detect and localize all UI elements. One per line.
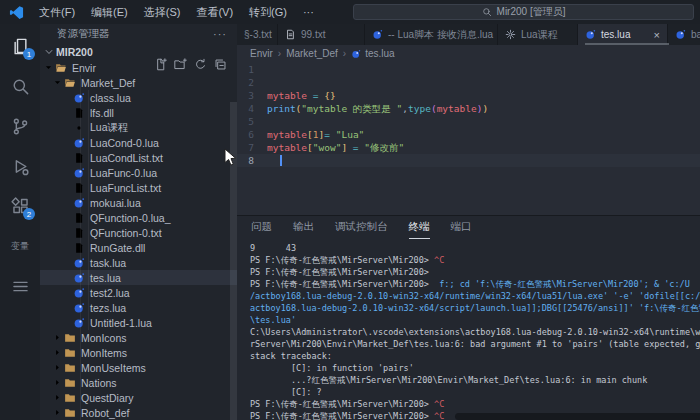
code-text: mytable[1]= "Lua" — [267, 128, 364, 141]
tree-item-LuaCondList.txt[interactable]: LuaCondList.txt — [40, 150, 237, 165]
titlebar: 文件(F)编辑(E)选择(S)查看(V)转到(G)··· ← → Mir200 … — [0, 0, 700, 24]
activity-source-control[interactable] — [0, 106, 40, 146]
tab-tes.lua[interactable]: tes.lua× — [578, 24, 668, 45]
sidebar-scrollbar[interactable] — [230, 102, 237, 420]
line-number: 8 — [237, 154, 267, 167]
sidebar-more-actions[interactable]: ··· — [213, 28, 227, 40]
terminal-segment: ^C — [434, 411, 444, 420]
tree-item-Lua课程[interactable]: Lua课程 — [40, 120, 237, 135]
tab-99.txt[interactable]: 99.txt — [278, 24, 365, 45]
code-token: mytable — [267, 129, 307, 140]
vscode-window: 文件(F)编辑(E)选择(S)查看(V)转到(G)··· ← → Mir200 … — [0, 0, 700, 420]
tree-item-LuaCond-0.lua[interactable]: LuaCond-0.lua — [40, 135, 237, 150]
tree-item-Market_Def[interactable]: Market_Def — [40, 75, 237, 90]
tree-item-LuaFunc-0.lua[interactable]: LuaFunc-0.lua — [40, 165, 237, 180]
breadcrumb-separator: › — [278, 48, 281, 59]
refresh-button[interactable] — [194, 46, 207, 59]
tree-item-MonUseItems[interactable]: MonUseItems — [40, 360, 237, 375]
tree-item-tes.lua[interactable]: tes.lua — [40, 270, 237, 285]
terminal-segment: C:\Users\Administrator\.vscode\extension… — [250, 327, 700, 337]
panel-tab-1[interactable]: 输出 — [293, 216, 314, 239]
tree-item-label: Envir — [72, 62, 96, 74]
breadcrumb-item-0[interactable]: Envir — [250, 48, 273, 59]
tree-item-LuaFuncList.txt[interactable]: LuaFuncList.txt — [40, 180, 237, 195]
breadcrumb-item-2[interactable]: tes.lua — [351, 48, 394, 59]
tab-label: tes.lua — [601, 29, 630, 40]
new-file-button[interactable] — [154, 46, 167, 59]
tab-strip-scrollbar[interactable] — [585, 43, 669, 45]
folder-section-header[interactable]: MIR200 — [40, 44, 237, 60]
breadcrumb-separator: › — [343, 48, 346, 59]
activity-badge: 2 — [23, 208, 35, 220]
activity-lua-helper[interactable]: 变量 — [0, 226, 40, 266]
tree-item-tezs.lua[interactable]: tezs.lua — [40, 300, 237, 315]
collapse-all-button[interactable] — [214, 46, 227, 59]
menu-item-1[interactable]: 编辑(E) — [83, 0, 136, 24]
code-token: {} — [324, 90, 335, 101]
activity-more-menu[interactable] — [0, 266, 40, 306]
activity-extensions[interactable]: 2 — [0, 186, 40, 226]
panel-tab-2[interactable]: 调试控制台 — [335, 216, 388, 239]
close-icon[interactable]: × — [650, 29, 660, 41]
tree-item-task.lua[interactable]: task.lua — [40, 255, 237, 270]
tree-item-class.lua[interactable]: class.lua — [40, 90, 237, 105]
tree-item-Nations[interactable]: Nations — [40, 375, 237, 390]
code-editor[interactable]: 123mytable = {}4print("mytable 的类型是 ",ty… — [237, 62, 700, 215]
tree-item-QuestDiary[interactable]: QuestDiary — [40, 390, 237, 405]
terminal-horizontal-scrollbar[interactable] — [455, 413, 700, 420]
tree-item-lfs.dll[interactable]: lfs.dll — [40, 105, 237, 120]
breadcrumb-item-1[interactable]: Market_Def — [286, 48, 338, 59]
terminal-line: stack traceback: — [250, 350, 700, 362]
lua-icon — [73, 257, 85, 269]
tree-item-Untitled-1.lua[interactable]: Untitled-1.lua — [40, 315, 237, 330]
terminal-output[interactable]: 9 43PS F:\传奇-红色警戒\MirServer\Mir200> ^CPS… — [237, 239, 700, 420]
activity-explorer[interactable]: 1 — [0, 26, 40, 66]
terminal-line: \tes.lua' — [250, 314, 700, 326]
activity-run-debug[interactable] — [0, 146, 40, 186]
terminal-segment: PS F:\传奇-红色警戒\MirServer\Mir200> — [250, 279, 434, 289]
lua-helper-label: 变量 — [11, 240, 29, 253]
menu-item-3[interactable]: 查看(V) — [188, 0, 241, 24]
activity-search[interactable] — [0, 66, 40, 106]
tree-item-Robot_def[interactable]: Robot_def — [40, 405, 237, 420]
folder-icon — [64, 407, 76, 419]
menu-item-2[interactable]: 选择(S) — [136, 0, 189, 24]
file-tree: EnvirMarket_Defclass.lualfs.dllLua课程LuaC… — [40, 60, 237, 420]
tree-item-test2.lua[interactable]: test2.lua — [40, 285, 237, 300]
tree-item-Envir[interactable]: Envir — [40, 60, 237, 75]
chevron-right-icon — [52, 377, 63, 388]
terminal-segment: PS F:\传奇-红色警戒\MirServer\Mir200> — [250, 267, 429, 277]
tab---3.txt[interactable]: §-3.txt — [237, 24, 278, 45]
tree-item-label: LuaFuncList.txt — [90, 182, 161, 194]
terminal-segment: ...?红色警戒\MirServer\Mir200\Envir\Market_D… — [250, 375, 647, 385]
tree-item-mokuai.lua[interactable]: mokuai.lua — [40, 195, 237, 210]
tab-Lua-[interactable]: Lua课程 — [498, 24, 578, 45]
text-cursor — [280, 155, 282, 166]
tree-item-QFunction-0.lua_[interactable]: QFunction-0.lua_ — [40, 210, 237, 225]
menu-item-4[interactable]: 转到(G) — [241, 0, 295, 24]
command-center-search[interactable]: Mir200 [管理员] — [353, 4, 694, 20]
menubar: 文件(F)编辑(E)选择(S)查看(V)转到(G)··· — [31, 0, 322, 24]
code-token: print — [267, 103, 296, 114]
menu-item-5[interactable]: ··· — [295, 0, 322, 24]
panel-tab-4[interactable]: 端口 — [451, 216, 472, 239]
tab-ba[interactable]: ba — [668, 24, 700, 45]
search-icon — [482, 7, 492, 17]
new-folder-button[interactable] — [174, 46, 187, 59]
tree-item-QFunction-0.txt[interactable]: QFunction-0.txt — [40, 225, 237, 240]
tree-item-MonItems[interactable]: MonItems — [40, 345, 237, 360]
panel-tab-0[interactable]: 问题 — [251, 216, 272, 239]
tab----Lua-.lua[interactable]: -- Lua脚本 接收消息.lua — [365, 24, 498, 45]
tree-item-RunGate.dll[interactable]: RunGate.dll — [40, 240, 237, 255]
panel-tab-3[interactable]: 终端 — [409, 216, 430, 239]
menu-item-0[interactable]: 文件(F) — [31, 0, 83, 24]
breadcrumb-label: tes.lua — [365, 48, 394, 59]
terminal-segment: [C]: in function 'pairs' — [250, 363, 414, 373]
section-actions — [154, 46, 237, 59]
tree-item-label: mokuai.lua — [90, 197, 141, 209]
tree-item-label: class.lua — [90, 92, 131, 104]
lua-icon — [73, 317, 85, 329]
tree-item-MonIcons[interactable]: MonIcons — [40, 330, 237, 345]
tree-item-label: QFunction-0.txt — [90, 227, 162, 239]
chevron-right-icon — [52, 332, 63, 343]
